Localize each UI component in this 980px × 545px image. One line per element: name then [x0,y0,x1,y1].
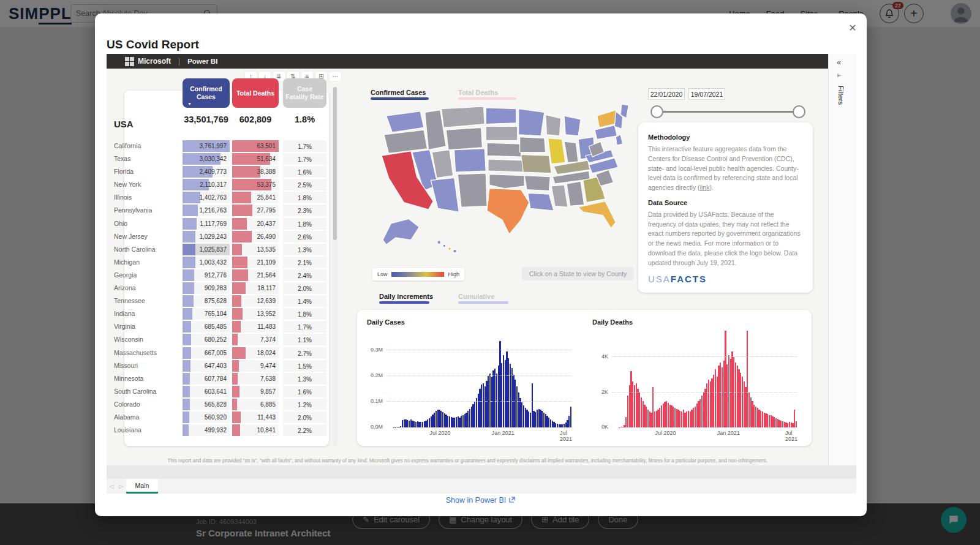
confirmed-cell[interactable]: 2,409,773 [183,166,230,178]
next-page-icon[interactable]: ▷ [116,479,126,494]
usafacts-logo[interactable]: USAFACTS [648,274,803,284]
deaths-cell[interactable]: 12,639 [232,295,279,307]
horizontal-scroll-strip[interactable] [107,465,856,479]
expand-filters-icon[interactable]: « [837,58,841,67]
deaths-cell[interactable]: 9,474 [232,360,279,372]
table-row[interactable]: Texas 3,030,342 51,634 1.7% [107,152,329,165]
start-date-box[interactable]: 22/01/2020 [648,88,685,100]
confirmed-cell[interactable]: 912,776 [183,269,230,281]
table-row[interactable]: Alabama 560,920 11,443 2.0% [107,411,329,424]
state-name: New Jersey [114,233,148,240]
deaths-cell[interactable]: 13,952 [232,308,279,320]
table-row[interactable]: Tennessee 875,628 12,639 1.4% [107,295,329,307]
tab-daily-increments[interactable]: Daily increments [379,293,433,304]
table-row[interactable]: Georgia 912,776 21,564 2.4% [107,269,329,282]
us-choropleth-map[interactable] [370,100,633,269]
tab-cumulative[interactable]: Cumulative [458,293,508,304]
confirmed-cell[interactable]: 603,641 [183,386,230,397]
close-icon[interactable]: ✕ [847,22,858,33]
deaths-cell[interactable]: 20,437 [232,218,279,230]
deaths-cell[interactable]: 51,634 [232,153,279,165]
confirmed-cell[interactable]: 909,283 [183,282,230,294]
map-tab-confirmed[interactable]: Confirmed Cases [371,89,429,100]
table-row[interactable]: Massachusetts 667,005 18,024 2.7% [107,347,329,359]
table-row[interactable]: California 3,761,997 63,501 1.7% [107,140,329,152]
confirmed-cell[interactable]: 3,030,342 [183,153,230,165]
deaths-cell[interactable]: 27,795 [232,205,279,216]
confirmed-cell[interactable]: 1,003,432 [183,257,230,268]
confirmed-cell[interactable]: 560,920 [183,412,230,423]
slider-handle-end[interactable] [793,105,805,118]
table-row[interactable]: Minnesota 607,784 7,638 1.3% [107,372,329,385]
scrollbar-thumb[interactable] [333,87,337,240]
deaths-cell[interactable]: 26,490 [232,231,279,242]
prev-page-icon[interactable]: ◁ [107,479,116,494]
confirmed-cell[interactable]: 667,005 [183,347,230,359]
legend-gradient [391,272,445,277]
end-date-box[interactable]: 19/07/2021 [688,88,725,100]
table-row[interactable]: New York 2,110,317 53,375 2.5% [107,178,329,191]
show-in-powerbi-link[interactable]: Show in Power BI [95,495,867,505]
deaths-cell[interactable]: 38,388 [232,166,279,178]
deaths-cell[interactable]: 21,564 [232,269,279,281]
sort-caret-icon: ▼ [187,102,192,107]
filter-funnel-icon[interactable]: ⫦ [837,71,841,79]
deaths-cell[interactable]: 7,374 [232,334,279,345]
table-row[interactable]: Louisiana 499,932 10,841 2.2% [107,424,329,437]
page-tab-main[interactable]: Main [126,479,158,494]
deaths-cell[interactable]: 21,109 [232,257,279,268]
confirmed-cell[interactable]: 1,025,837 [183,244,230,255]
date-range-slider[interactable] [655,111,801,113]
deaths-cell[interactable]: 18,024 [232,347,279,359]
deaths-cell[interactable]: 7,638 [232,373,279,385]
deaths-cell[interactable]: 63,501 [232,140,279,152]
confirmed-cell[interactable]: 1,029,243 [183,231,230,242]
county-hint-button[interactable]: Click on a State to view by County [522,267,634,280]
column-total-deaths[interactable]: Total Deaths [232,78,279,108]
map-tab-deaths[interactable]: Total Deaths [458,89,516,100]
deaths-cell[interactable]: 25,841 [232,192,279,203]
confirmed-cell[interactable]: 680,252 [183,334,230,345]
table-row[interactable]: Pennsylvania 1,216,763 27,795 2.3% [107,204,329,217]
table-row[interactable]: Florida 2,409,773 38,388 1.6% [107,165,329,178]
cfr-cell: 2.0% [283,282,326,294]
column-confirmed-cases[interactable]: Confirmed Cases▼ [183,78,230,108]
deaths-cell[interactable]: 18,117 [232,282,279,294]
table-row[interactable]: Arizona 909,283 18,117 2.0% [107,282,329,295]
confirmed-cell[interactable]: 685,485 [183,321,230,333]
confirmed-cell[interactable]: 1,402,763 [183,192,230,203]
deaths-cell[interactable]: 9,857 [232,386,279,397]
table-row[interactable]: Illinois 1,402,763 25,841 1.8% [107,191,329,204]
confirmed-cell[interactable]: 765,104 [183,308,230,320]
table-row[interactable]: North Carolina 1,025,837 13,535 1.3% [107,243,329,256]
confirmed-cell[interactable]: 647,403 [183,360,230,372]
deaths-cell[interactable]: 11,483 [232,321,279,333]
confirmed-cell[interactable]: 565,828 [183,399,230,410]
confirmed-cell[interactable]: 1,216,763 [183,205,230,216]
table-row[interactable]: Indiana 765,104 13,952 1.8% [107,307,329,320]
more-options-icon[interactable]: ⋯ [329,71,342,81]
confirmed-cell[interactable]: 499,932 [183,424,230,436]
confirmed-cell[interactable]: 2,110,317 [183,179,230,190]
slider-handle-start[interactable] [650,105,663,118]
table-row[interactable]: Ohio 1,117,769 20,437 1.8% [107,217,329,230]
methodology-link[interactable]: link [700,184,710,191]
confirmed-cell[interactable]: 607,784 [183,373,230,385]
deaths-cell[interactable]: 6,885 [232,399,279,410]
table-scrollbar[interactable] [333,87,337,446]
table-row[interactable]: Colorado 565,828 6,885 1.2% [107,398,329,411]
deaths-cell[interactable]: 53,375 [232,179,279,190]
confirmed-cell[interactable]: 3,761,997 [183,140,230,152]
table-row[interactable]: Missouri 647,403 9,474 1.5% [107,359,329,372]
table-row[interactable]: Virginia 685,485 11,483 1.7% [107,320,329,333]
confirmed-cell[interactable]: 875,628 [183,295,230,307]
confirmed-cell[interactable]: 1,117,769 [183,218,230,230]
table-row[interactable]: Michigan 1,003,432 21,109 2.1% [107,256,329,269]
column-case-fatality-rate[interactable]: Case Fatality Rate [283,78,326,108]
deaths-cell[interactable]: 11,443 [232,412,279,423]
deaths-cell[interactable]: 10,841 [232,424,279,436]
table-row[interactable]: South Carolina 603,641 9,857 1.6% [107,385,329,398]
deaths-cell[interactable]: 13,535 [232,244,279,255]
table-row[interactable]: New Jersey 1,029,243 26,490 2.6% [107,230,329,243]
table-row[interactable]: Wisconsin 680,252 7,374 1.1% [107,333,329,346]
